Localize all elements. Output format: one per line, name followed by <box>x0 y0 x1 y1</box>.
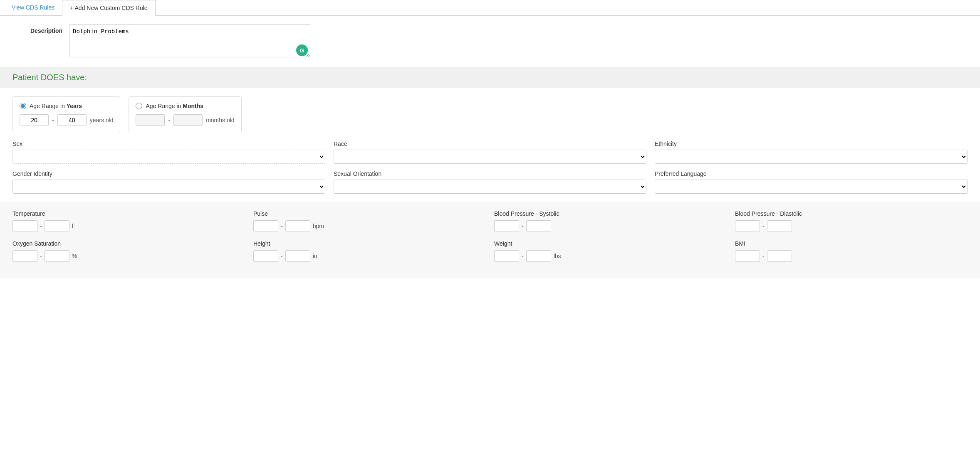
vital-temperature: Temperature - f <box>12 210 245 232</box>
height-max-input[interactable] <box>285 250 310 262</box>
content-area: Description Dolphin Problems G Patient D… <box>0 16 980 287</box>
patient-section: Age Range in Years - years old Age Range… <box>12 96 968 194</box>
dropdowns-row-1: Sex Race Ethnicity <box>12 140 968 164</box>
temperature-label: Temperature <box>12 210 245 217</box>
tabs-bar: View CDS Rules + Add New Custom CDS Rule <box>0 0 980 16</box>
ethnicity-label: Ethnicity <box>655 140 968 147</box>
preferred-language-select[interactable] <box>655 180 968 194</box>
description-textarea-wrap: Dolphin Problems G <box>69 24 310 59</box>
oxygen-saturation-max-input[interactable] <box>45 250 69 262</box>
age-range-months-label: Age Range in Months <box>136 103 234 109</box>
age-years-max-input[interactable] <box>57 114 87 126</box>
age-range-years-label: Age Range in Years <box>20 103 113 109</box>
age-years-unit: years old <box>90 117 114 123</box>
gender-identity-label: Gender Identity <box>12 170 325 177</box>
pulse-unit: bpm <box>313 223 324 229</box>
bmi-max-input[interactable] <box>767 250 792 262</box>
vitals-row-2: Oxygen Saturation - % Height - in We <box>12 240 968 262</box>
age-months-max-input[interactable] <box>173 114 203 126</box>
oxygen-saturation-label: Oxygen Saturation <box>12 240 245 247</box>
dropdowns-row-2: Gender Identity Sexual Orientation Prefe… <box>12 170 968 194</box>
vital-weight: Weight - lbs <box>494 240 727 262</box>
pulse-dash: - <box>281 223 283 229</box>
vital-height: Height - in <box>253 240 486 262</box>
bp-systolic-inputs: - <box>494 220 727 232</box>
bp-diastolic-min-input[interactable] <box>735 220 760 232</box>
age-years-inputs: - years old <box>20 114 113 126</box>
height-min-input[interactable] <box>253 250 278 262</box>
tab-add-new-rule[interactable]: + Add New Custom CDS Rule <box>62 0 155 16</box>
age-range-row: Age Range in Years - years old Age Range… <box>12 96 968 132</box>
vital-bmi: BMI - <box>735 240 968 262</box>
age-months-inputs: - months old <box>136 114 234 126</box>
pulse-max-input[interactable] <box>285 220 310 232</box>
bp-systolic-label: Blood Pressure - Systolic <box>494 210 727 217</box>
sexual-orientation-label: Sexual Orientation <box>334 170 646 177</box>
bp-systolic-max-input[interactable] <box>526 220 551 232</box>
temperature-min-input[interactable] <box>12 220 37 232</box>
oxygen-saturation-unit: % <box>72 253 77 259</box>
preferred-language-label: Preferred Language <box>655 170 968 177</box>
bmi-dash: - <box>762 253 765 259</box>
age-range-months-label-text: Age Range in Months <box>146 103 203 109</box>
age-range-months-box: Age Range in Months - months old <box>129 96 241 132</box>
field-preferred-language: Preferred Language <box>655 170 968 194</box>
vital-bp-diastolic: Blood Pressure - Diastolic - <box>735 210 968 232</box>
description-textarea[interactable]: Dolphin Problems <box>69 24 310 57</box>
bmi-min-input[interactable] <box>735 250 760 262</box>
pulse-min-input[interactable] <box>253 220 278 232</box>
field-ethnicity: Ethnicity <box>655 140 968 164</box>
tab-view-cds-rules[interactable]: View CDS Rules <box>4 0 62 16</box>
weight-label: Weight <box>494 240 727 247</box>
bp-diastolic-inputs: - <box>735 220 968 232</box>
field-gender-identity: Gender Identity <box>12 170 325 194</box>
bp-diastolic-dash: - <box>762 223 765 229</box>
bp-diastolic-label: Blood Pressure - Diastolic <box>735 210 968 217</box>
temperature-max-input[interactable] <box>45 220 69 232</box>
temperature-unit: f <box>72 223 74 229</box>
sex-label: Sex <box>12 140 325 147</box>
bmi-inputs: - <box>735 250 968 262</box>
weight-unit: lbs <box>554 253 561 259</box>
sexual-orientation-select[interactable] <box>334 180 646 194</box>
temperature-dash: - <box>40 223 42 229</box>
pulse-label: Pulse <box>253 210 486 217</box>
height-dash: - <box>281 253 283 259</box>
age-years-dash: - <box>52 117 54 123</box>
ethnicity-select[interactable] <box>655 150 968 164</box>
grammarly-icon[interactable]: G <box>296 44 308 56</box>
vital-oxygen-saturation: Oxygen Saturation - % <box>12 240 245 262</box>
age-range-months-radio[interactable] <box>136 103 142 109</box>
age-months-unit: months old <box>206 117 234 123</box>
height-inputs: - in <box>253 250 486 262</box>
race-select[interactable] <box>334 150 646 164</box>
description-label: Description <box>12 24 62 34</box>
bmi-label: BMI <box>735 240 968 247</box>
temperature-inputs: - f <box>12 220 245 232</box>
weight-max-input[interactable] <box>526 250 551 262</box>
weight-min-input[interactable] <box>494 250 519 262</box>
oxygen-saturation-min-input[interactable] <box>12 250 37 262</box>
bp-systolic-dash: - <box>522 223 524 229</box>
patient-section-header-text: Patient DOES have: <box>12 73 87 82</box>
gender-identity-select[interactable] <box>12 180 325 194</box>
pulse-inputs: - bpm <box>253 220 486 232</box>
field-sex: Sex <box>12 140 325 164</box>
bp-diastolic-max-input[interactable] <box>767 220 792 232</box>
oxygen-saturation-dash: - <box>40 253 42 259</box>
age-years-min-input[interactable] <box>20 114 49 126</box>
sex-select[interactable] <box>12 150 325 164</box>
weight-inputs: - lbs <box>494 250 727 262</box>
vital-pulse: Pulse - bpm <box>253 210 486 232</box>
oxygen-saturation-inputs: - % <box>12 250 245 262</box>
bp-systolic-min-input[interactable] <box>494 220 519 232</box>
height-label: Height <box>253 240 486 247</box>
age-range-years-label-text: Age Range in Years <box>30 103 82 109</box>
weight-dash: - <box>522 253 524 259</box>
field-sexual-orientation: Sexual Orientation <box>334 170 646 194</box>
age-range-years-radio[interactable] <box>20 103 26 109</box>
description-row: Description Dolphin Problems G <box>12 24 968 59</box>
patient-section-header: Patient DOES have: <box>0 67 980 88</box>
age-months-dash: - <box>168 117 170 123</box>
age-months-min-input[interactable] <box>136 114 165 126</box>
